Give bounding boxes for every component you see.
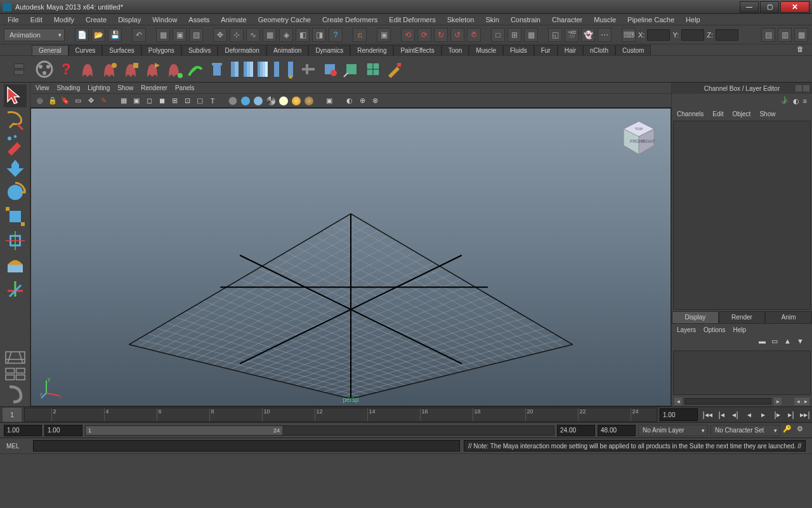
scale-tool-icon[interactable] bbox=[4, 205, 27, 228]
shelf-playblast-icon[interactable] bbox=[34, 59, 55, 79]
select-component-icon[interactable]: ▤ bbox=[189, 28, 203, 42]
shelf-help-icon[interactable]: ? bbox=[56, 59, 76, 79]
vt-shade-wire-icon[interactable] bbox=[227, 95, 239, 107]
vt-safe-action-icon[interactable]: ⊡ bbox=[181, 95, 193, 107]
ipr-icon[interactable]: ⟲ bbox=[401, 28, 415, 42]
viewmenu-show[interactable]: Show bbox=[117, 84, 133, 91]
snap-live-icon[interactable]: ◈ bbox=[279, 28, 293, 42]
shelf-ghost-3-icon[interactable] bbox=[121, 59, 141, 79]
shelf-tab-polygons[interactable]: Polygons bbox=[141, 45, 181, 55]
step-fwd-icon[interactable]: |▸ bbox=[770, 408, 784, 421]
vt-select-cam-icon[interactable]: ◎ bbox=[34, 95, 46, 107]
history-icon[interactable]: ⎌ bbox=[353, 28, 367, 42]
vt-bookmark-icon[interactable]: 🔖 bbox=[60, 95, 71, 107]
shelf-key-5-icon[interactable] bbox=[284, 59, 297, 79]
vt-film-gate-icon[interactable]: ▣ bbox=[131, 95, 142, 107]
menu-window[interactable]: Window bbox=[148, 15, 181, 24]
shelf-tab-animation[interactable]: Animation bbox=[266, 45, 308, 55]
open-scene-icon[interactable]: 📂 bbox=[91, 28, 105, 42]
range-handle[interactable]: 1 24 bbox=[86, 426, 282, 435]
prefs-icon[interactable]: ⚙ bbox=[797, 425, 808, 436]
vt-res-gate-icon[interactable]: ◻ bbox=[143, 95, 155, 107]
module-selector[interactable]: Animation bbox=[4, 29, 65, 41]
vt-xray-joints-icon[interactable]: ⊕ bbox=[357, 95, 368, 107]
vt-wireframe-icon[interactable]: T bbox=[207, 95, 218, 107]
vt-grid-icon[interactable]: ▦ bbox=[118, 95, 129, 107]
panel-close-icon[interactable] bbox=[803, 85, 809, 91]
script-lang-label[interactable]: MEL bbox=[6, 443, 29, 450]
shelf-ghost-2-icon[interactable] bbox=[99, 59, 119, 79]
menu-create[interactable]: Create bbox=[82, 15, 110, 24]
shelf-mode-icons[interactable] bbox=[5, 56, 33, 83]
playblast-icon[interactable]: 🎬 bbox=[565, 28, 579, 42]
menu-file[interactable]: File bbox=[4, 15, 23, 24]
menu-animate[interactable]: Animate bbox=[217, 15, 250, 24]
step-back-key-icon[interactable]: |◂ bbox=[714, 408, 728, 421]
motion-trail-icon[interactable]: ⋯ bbox=[598, 28, 612, 42]
vt-safe-title-icon[interactable]: ▢ bbox=[194, 95, 206, 107]
vt-gate-mask-icon[interactable]: ◼ bbox=[156, 95, 167, 107]
channel-box-body[interactable] bbox=[673, 121, 811, 310]
snap-grid-icon[interactable]: ✥ bbox=[213, 28, 227, 42]
menu-constrain[interactable]: Constrain bbox=[507, 15, 544, 24]
layout-four-icon[interactable]: ⊞ bbox=[508, 28, 521, 42]
layout-four-icon[interactable] bbox=[4, 366, 27, 382]
shelf-tab-custom[interactable]: Custom bbox=[615, 45, 651, 55]
layer-down-icon[interactable]: ▼ bbox=[797, 337, 807, 347]
shelf-tab-subdivs[interactable]: Subdivs bbox=[181, 45, 218, 55]
menu-help[interactable]: Help bbox=[682, 15, 704, 24]
coord-x-input[interactable] bbox=[647, 29, 670, 41]
channel-manip-icon[interactable] bbox=[780, 96, 789, 106]
vt-shade-smooth-icon[interactable] bbox=[240, 95, 251, 107]
sidebar-toggle-1-icon[interactable]: ▤ bbox=[761, 28, 775, 42]
layer-tab-anim[interactable]: Anim bbox=[765, 311, 812, 324]
time-start-frame[interactable]: 1 bbox=[3, 408, 22, 422]
close-button[interactable]: ✕ bbox=[780, 1, 809, 13]
viewmenu-lighting[interactable]: Lighting bbox=[88, 84, 110, 91]
snap-plane-icon[interactable]: ▦ bbox=[263, 28, 277, 42]
vt-light-all-icon[interactable] bbox=[278, 95, 289, 107]
last-tool-icon[interactable] bbox=[4, 383, 27, 406]
layer-menu-layers[interactable]: Layers bbox=[677, 326, 696, 333]
shelf-ghost-5-icon[interactable] bbox=[164, 59, 184, 79]
range-start-inner[interactable]: 1.00 bbox=[44, 425, 82, 436]
sidebar-toggle-3-icon[interactable]: ▦ bbox=[794, 28, 808, 42]
shelf-tab-dynamics[interactable]: Dynamics bbox=[308, 45, 350, 55]
vt-shade-flat-icon[interactable] bbox=[252, 95, 264, 107]
select-object-icon[interactable]: ▣ bbox=[173, 28, 187, 42]
move-tool-icon[interactable] bbox=[4, 157, 27, 180]
range-end-inner[interactable]: 24.00 bbox=[557, 425, 595, 436]
sidebar-toggle-2-icon[interactable]: ▥ bbox=[778, 28, 792, 42]
snap-toggle-icon[interactable]: ◨ bbox=[312, 28, 326, 42]
channel-menu-object[interactable]: Object bbox=[733, 110, 751, 117]
channel-speed-icon[interactable]: ◐ bbox=[793, 97, 799, 105]
shelf-box-red-icon[interactable] bbox=[320, 59, 340, 79]
play-back-icon[interactable]: ◂ bbox=[742, 408, 756, 421]
shelf-tab-general[interactable]: General bbox=[32, 45, 69, 55]
layer-new-empty-icon[interactable]: ▬ bbox=[759, 337, 769, 347]
menu-edit[interactable]: Edit bbox=[27, 15, 46, 24]
shelf-tab-surfaces[interactable]: Surfaces bbox=[102, 45, 141, 55]
vt-lock-cam-icon[interactable]: 🔒 bbox=[47, 95, 58, 107]
menu-modify[interactable]: Modify bbox=[50, 15, 78, 24]
shelf-brush-icon[interactable] bbox=[384, 59, 405, 79]
viewmenu-panels[interactable]: Panels bbox=[175, 84, 195, 91]
viewmenu-renderer[interactable]: Renderer bbox=[141, 84, 167, 91]
render-globals-icon[interactable]: ↺ bbox=[450, 28, 464, 42]
scroll-track-1[interactable] bbox=[684, 398, 771, 404]
shelf-key-4-icon[interactable] bbox=[270, 59, 283, 79]
shelf-tab-curves[interactable]: Curves bbox=[69, 45, 103, 55]
menu-geometrycache[interactable]: Geometry Cache bbox=[254, 15, 315, 24]
construction-history-icon[interactable]: ◱ bbox=[548, 28, 562, 42]
vt-expose-icon[interactable]: ⊗ bbox=[369, 95, 381, 107]
viewmenu-view[interactable]: View bbox=[36, 84, 49, 91]
render-region-icon[interactable]: ⟳ bbox=[417, 28, 431, 42]
vt-shadows-icon[interactable] bbox=[303, 95, 315, 107]
channel-hyper-icon[interactable]: ≡ bbox=[803, 97, 807, 105]
vt-shade-tex-icon[interactable] bbox=[265, 95, 277, 107]
layout-single-icon[interactable]: □ bbox=[491, 28, 505, 42]
shelf-box-grid-icon[interactable] bbox=[363, 59, 383, 79]
layer-menu-options[interactable]: Options bbox=[704, 326, 725, 333]
show-manip-tool-icon[interactable] bbox=[4, 277, 27, 300]
shelf-key-3-icon[interactable] bbox=[256, 59, 269, 79]
